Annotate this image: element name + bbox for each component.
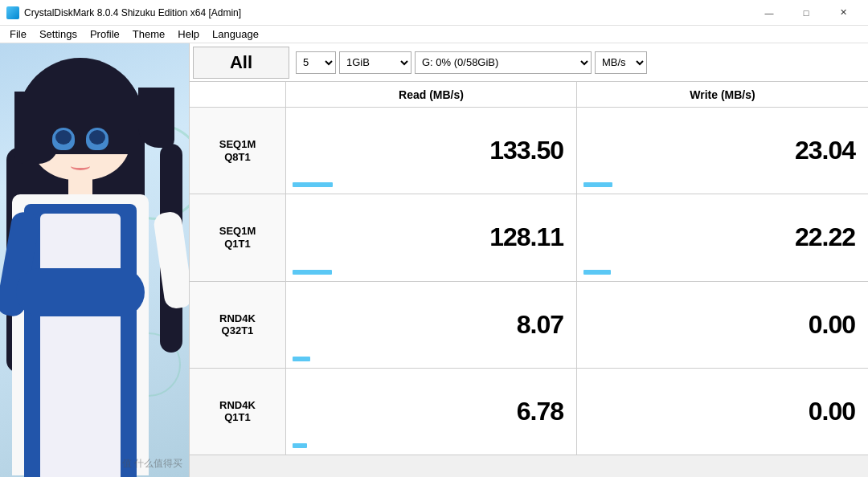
read-bar-2 [293, 357, 310, 361]
read-value-2: 8.07 [517, 310, 563, 340]
menu-help[interactable]: Help [171, 26, 206, 43]
read-value-1: 128.11 [489, 222, 563, 252]
controls-bar: All 5 1GiB G: 0% (0/58GiB) MB/s [190, 43, 868, 82]
row-write-3: 0.00 [577, 369, 868, 455]
status-bar [190, 455, 868, 477]
row-label-3: RND4KQ1T1 [190, 369, 286, 455]
row-write-1: 22.22 [577, 194, 868, 280]
size-select[interactable]: 1GiB [339, 51, 411, 74]
row-read-3: 6.78 [286, 369, 577, 455]
write-bar-1 [583, 270, 611, 275]
eye-left [52, 128, 75, 150]
title-bar-text: CrystalDiskMark 8.0.4 Shizuku Edition x6… [24, 7, 751, 18]
benchmark-panel: All 5 1GiB G: 0% (0/58GiB) MB/s Read (MB… [189, 43, 868, 477]
all-button[interactable]: All [193, 47, 289, 79]
count-select[interactable]: 5 [296, 51, 336, 74]
row-write-0: 23.04 [577, 108, 868, 194]
anime-character [0, 43, 189, 477]
hair-bang-right [138, 88, 174, 148]
menu-profile[interactable]: Profile [84, 26, 126, 43]
menu-theme[interactable]: Theme [126, 26, 171, 43]
read-value-0: 133.50 [489, 136, 563, 165]
app-icon [6, 6, 19, 19]
table-row: SEQ1MQ1T1 128.11 22.22 [190, 194, 868, 281]
arm-right [153, 210, 189, 310]
write-value-1: 22.22 [795, 222, 855, 252]
mouth [71, 162, 90, 170]
anime-character-panel: 值 什么值得买 [0, 43, 189, 477]
row-label-0: SEQ1MQ8T1 [190, 108, 286, 194]
title-bar-buttons: — □ ✕ [751, 0, 862, 26]
header-write: Write (MB/s) [577, 82, 868, 107]
menu-bar: File Settings Profile Theme Help Languag… [0, 26, 868, 43]
eye-right [86, 128, 108, 150]
row-read-1: 128.11 [286, 194, 577, 280]
drive-select[interactable]: G: 0% (0/58GiB) [415, 51, 592, 74]
header-read: Read (MB/s) [286, 82, 577, 107]
data-rows: SEQ1MQ8T1 133.50 23.04 SEQ1MQ1T1 128.11 … [190, 108, 868, 455]
close-button[interactable]: ✕ [825, 0, 862, 26]
table-row: RND4KQ32T1 8.07 0.00 [190, 282, 868, 369]
read-bar-1 [293, 270, 332, 275]
minimize-button[interactable]: — [751, 0, 788, 26]
hair-bang-left [14, 92, 59, 164]
apron-inner [40, 214, 121, 477]
read-value-3: 6.78 [517, 397, 563, 426]
menu-language[interactable]: Language [206, 26, 265, 43]
row-write-2: 0.00 [577, 282, 868, 368]
unit-select[interactable]: MB/s [595, 51, 647, 74]
row-label-2: RND4KQ32T1 [190, 282, 286, 368]
write-value-0: 23.04 [795, 136, 855, 165]
read-bar-0 [293, 182, 333, 187]
header-empty [190, 82, 286, 107]
read-bar-3 [293, 443, 307, 448]
row-read-2: 8.07 [286, 282, 577, 368]
write-value-2: 0.00 [809, 310, 855, 340]
row-label-1: SEQ1MQ1T1 [190, 194, 286, 280]
menu-settings[interactable]: Settings [33, 26, 84, 43]
watermark: 值 什么值得买 [122, 457, 182, 471]
maximize-button[interactable]: □ [788, 0, 825, 26]
write-bar-0 [583, 182, 612, 187]
write-value-3: 0.00 [809, 397, 855, 426]
table-row: SEQ1MQ8T1 133.50 23.04 [190, 108, 868, 194]
main-content: 值 什么值得买 All 5 1GiB G: 0% (0/58GiB) MB/s … [0, 43, 868, 477]
title-bar: CrystalDiskMark 8.0.4 Shizuku Edition x6… [0, 0, 868, 26]
row-read-0: 133.50 [286, 108, 577, 194]
header-row: Read (MB/s) Write (MB/s) [190, 82, 868, 108]
arms-cross [16, 268, 145, 316]
menu-file[interactable]: File [3, 26, 33, 43]
table-row: RND4KQ1T1 6.78 0.00 [190, 369, 868, 455]
